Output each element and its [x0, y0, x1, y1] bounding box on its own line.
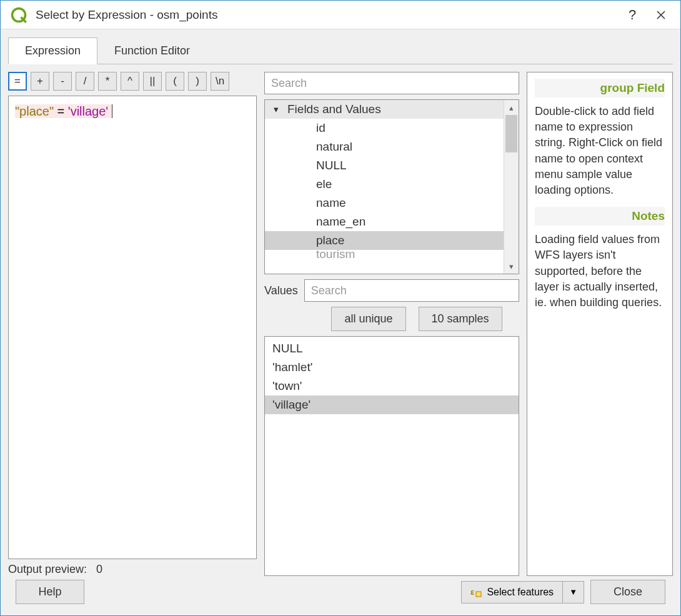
- tree-group-fields[interactable]: ▾ Fields and Values: [265, 100, 504, 119]
- select-features-icon: ε: [470, 587, 482, 598]
- expression-value: 'village': [68, 104, 108, 118]
- list-item[interactable]: 'village': [265, 395, 519, 414]
- tree-item[interactable]: place: [265, 231, 504, 250]
- values-buttons: all unique 10 samples: [264, 307, 519, 331]
- list-item[interactable]: 'hamlet': [265, 358, 519, 377]
- tree-item[interactable]: tourism: [265, 250, 504, 259]
- help-text: Double-click to add field name to expres…: [535, 104, 665, 198]
- help-heading: group Field: [535, 79, 665, 97]
- fields-tree-scrollbar[interactable]: ▴ ▾: [504, 100, 519, 274]
- footer: Help ε Select features ▼ Close: [8, 576, 673, 610]
- tree-item[interactable]: name_en: [265, 212, 504, 231]
- op-minus-button[interactable]: -: [53, 72, 72, 91]
- output-preview-value: 0: [96, 563, 102, 575]
- op-power-button[interactable]: ^: [121, 72, 139, 91]
- ten-samples-button[interactable]: 10 samples: [419, 307, 502, 331]
- select-features-button[interactable]: ε Select features ▼: [461, 581, 584, 604]
- expression-operator: =: [54, 104, 68, 118]
- client-area: Expression Function Editor = + - / * ^ |…: [1, 29, 680, 615]
- op-rparen-button[interactable]: ): [188, 72, 207, 91]
- help-panel: group Field Double-click to add field na…: [527, 72, 673, 576]
- fields-tree-content[interactable]: ▾ Fields and Values id natural NULL ele …: [265, 100, 504, 274]
- close-button[interactable]: Close: [590, 580, 665, 604]
- values-label: Values: [264, 284, 298, 297]
- op-multiply-button[interactable]: *: [98, 72, 117, 91]
- tree-item[interactable]: natural: [265, 137, 504, 156]
- fields-tree: ▾ Fields and Values id natural NULL ele …: [264, 99, 519, 274]
- op-newline-button[interactable]: \n: [211, 72, 229, 91]
- tabs: Expression Function Editor: [8, 37, 673, 64]
- tab-function-editor[interactable]: Function Editor: [97, 37, 207, 64]
- window-title: Select by Expression - osm_points: [36, 8, 618, 22]
- dialog-window: Select by Expression - osm_points ? Expr…: [0, 0, 681, 616]
- fields-column: ▾ Fields and Values id natural NULL ele …: [264, 72, 519, 576]
- select-features-label: Select features: [487, 587, 554, 598]
- list-item[interactable]: 'town': [265, 377, 519, 395]
- tree-item[interactable]: id: [265, 119, 504, 137]
- values-search-input[interactable]: [304, 279, 519, 302]
- help-button[interactable]: Help: [16, 580, 84, 604]
- op-lparen-button[interactable]: (: [166, 72, 184, 91]
- select-features-dropdown[interactable]: ▼: [563, 582, 584, 602]
- operator-toolbar: = + - / * ^ || ( ) \n: [8, 72, 257, 91]
- expression-cursor: [108, 104, 112, 118]
- op-divide-button[interactable]: /: [76, 72, 94, 91]
- tree-group-label: Fields and Values: [287, 102, 381, 116]
- qgis-logo-icon: [9, 6, 28, 24]
- op-equals-button[interactable]: =: [8, 72, 27, 91]
- all-unique-button[interactable]: all unique: [331, 307, 405, 331]
- scroll-up-icon[interactable]: ▴: [504, 100, 519, 115]
- op-concat-button[interactable]: ||: [143, 72, 162, 91]
- values-search-row: Values: [264, 279, 519, 302]
- tab-expression[interactable]: Expression: [8, 37, 97, 64]
- help-notes-text: Loading field values from WFS layers isn…: [535, 232, 665, 310]
- expression-field: "place": [15, 104, 54, 118]
- svg-rect-2: [476, 592, 481, 597]
- close-icon[interactable]: [647, 1, 675, 29]
- values-list[interactable]: NULL 'hamlet' 'town' 'village': [264, 336, 519, 576]
- op-plus-button[interactable]: +: [31, 72, 49, 91]
- scroll-thumb[interactable]: [505, 115, 517, 152]
- svg-text:ε: ε: [470, 587, 474, 597]
- tree-item[interactable]: NULL: [265, 156, 504, 175]
- tree-item[interactable]: ele: [265, 175, 504, 194]
- fields-search-input[interactable]: [264, 72, 519, 94]
- expression-column: = + - / * ^ || ( ) \n "place" = 'village…: [8, 72, 257, 576]
- scroll-down-icon[interactable]: ▾: [504, 259, 519, 274]
- help-notes-heading: Notes: [535, 207, 665, 226]
- titlebar: Select by Expression - osm_points ?: [1, 1, 680, 29]
- expression-input[interactable]: "place" = 'village': [8, 96, 257, 559]
- list-item[interactable]: NULL: [265, 339, 519, 358]
- chevron-down-icon: ▾: [274, 104, 287, 115]
- output-preview-label: Output preview:: [8, 563, 87, 575]
- help-icon[interactable]: ?: [618, 1, 647, 29]
- tree-item[interactable]: name: [265, 194, 504, 212]
- output-preview: Output preview: 0: [8, 563, 257, 576]
- main-area: = + - / * ^ || ( ) \n "place" = 'village…: [8, 72, 673, 576]
